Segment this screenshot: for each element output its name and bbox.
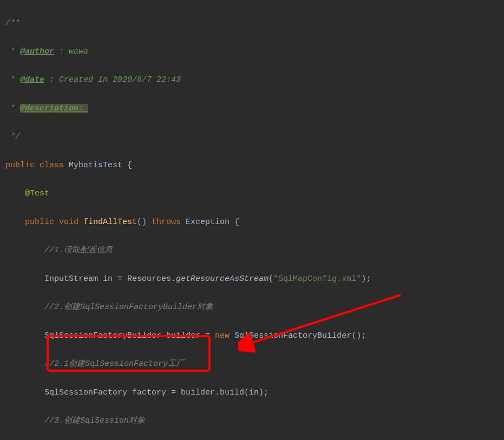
doc-star: * bbox=[5, 47, 20, 56]
exception: Exception { bbox=[186, 218, 239, 227]
method-name: findAllTest bbox=[83, 218, 137, 227]
doc-open: /** bbox=[5, 18, 20, 28]
date-val: : Created in 2020/6/7 22:43 bbox=[44, 75, 181, 84]
author-val: : wawa bbox=[54, 47, 88, 56]
test-annotation: @Test bbox=[25, 189, 49, 198]
date-tag: @date bbox=[20, 75, 44, 84]
kw-class: class bbox=[40, 161, 69, 170]
code: SqlSessionFactoryBuilder builder = bbox=[44, 331, 215, 340]
kw-throws: throws bbox=[152, 218, 186, 227]
code: SqlSessionFactory factory = builder.buil… bbox=[44, 388, 269, 397]
comment-1: //1.读取配置信息 bbox=[44, 246, 113, 255]
code: InputStream in = Resources. bbox=[44, 274, 176, 284]
kw-public: public bbox=[25, 218, 59, 227]
paren: () bbox=[137, 218, 152, 227]
code-editor[interactable]: /** * @author : wawa * @date : Created i… bbox=[0, 0, 504, 440]
static-call: getResourceAsStream bbox=[176, 274, 269, 284]
doc-star: * bbox=[5, 104, 20, 113]
doc-close: */ bbox=[5, 132, 20, 141]
description-tag: @description: bbox=[20, 104, 88, 113]
comment-2-1: //2.1创建SqlSessionFactory工厂 bbox=[44, 359, 184, 369]
kw-new: new bbox=[215, 331, 234, 340]
string-literal: "SqlMapConfig.xml" bbox=[273, 274, 361, 284]
code: ); bbox=[361, 274, 371, 284]
doc-star: * bbox=[5, 75, 20, 84]
comment-3: //3.创建SqlSession对象 bbox=[44, 416, 145, 425]
class-name: MybatisTest bbox=[69, 161, 127, 170]
brace: { bbox=[127, 161, 132, 170]
author-tag: @author bbox=[20, 47, 54, 56]
kw-public: public bbox=[5, 161, 40, 170]
kw-void: void bbox=[59, 218, 83, 227]
comment-2: //2.创建SqlSessionFactoryBuilder对象 bbox=[44, 303, 213, 312]
code: ( bbox=[269, 274, 273, 284]
code: SqlSessionFactoryBuilder(); bbox=[234, 331, 366, 340]
